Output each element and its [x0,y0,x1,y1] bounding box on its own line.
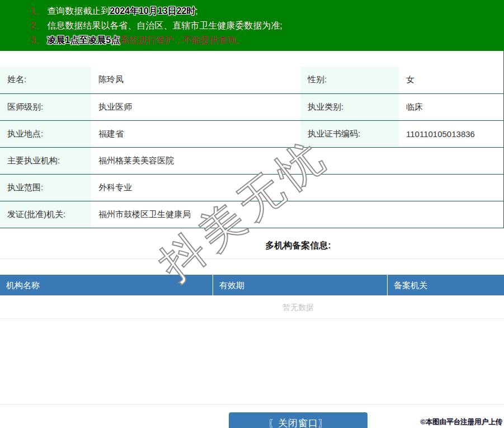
field-label-doctor-level: 医师级别: [0,93,91,120]
notice-number: 2、 [31,21,47,30]
field-value-issuing-authority: 福州市鼓楼区卫生健康局 [91,201,504,228]
field-value-gender: 女 [399,67,504,93]
field-label-name: 姓名: [0,67,91,93]
multi-institution-section-title: 多机构备案信息: [0,228,504,259]
notice-number: 3、 [31,35,47,45]
field-value-main-institution: 福州格莱美美容医院 [91,147,504,174]
field-value-practice-location: 福建省 [91,120,300,147]
field-label-main-institution: 主要执业机构: [0,147,91,174]
field-label-practice-scope: 执业范围: [0,174,91,201]
column-header-institution-name: 机构名称 [0,275,213,295]
blank-space [0,319,504,404]
field-label-issuing-authority: 发证(批准)机关: [0,201,91,228]
result-content: 姓名: 陈玲凤 性别: 女 医师级别: 执业医师 执业类别: 临床 执业地点: … [0,67,504,428]
notice-banner: 1、 查询数据截止到2024年10月13日22时; 2、 信息数据结果以各省、自… [0,0,504,51]
field-value-practice-category: 临床 [399,93,504,120]
notice-text: 信息数据结果以各省、自治区、直辖市卫生健康委数据为准; [47,21,282,30]
table-row: 执业地点: 福建省 执业证书编码: 110110105013836 [0,120,504,147]
table-row: 发证(批准)机关: 福州市鼓楼区卫生健康局 [0,201,504,228]
field-label-gender: 性别: [300,67,399,93]
notice-text: 查询数据截止到 [47,6,110,16]
notice-highlight: 凌晨1点至凌晨5点 [47,35,120,45]
table-row: 医师级别: 执业医师 执业类别: 临床 [0,93,504,120]
field-value-name: 陈玲凤 [91,67,300,93]
field-label-certificate-no: 执业证书编码: [300,120,399,147]
field-value-practice-scope: 外科专业 [91,174,504,201]
notice-line-2: 2、 信息数据结果以各省、自治区、直辖市卫生健康委数据为准; [31,18,498,33]
field-value-certificate-no: 110110105013836 [399,120,504,147]
field-value-doctor-level: 执业医师 [91,93,300,120]
column-header-registration-authority: 备案机关 [387,275,504,295]
practitioner-info-table: 姓名: 陈玲凤 性别: 女 医师级别: 执业医师 执业类别: 临床 执业地点: … [0,67,504,228]
field-label-practice-location: 执业地点: [0,120,91,147]
notice-text: ; [195,6,197,16]
physician-license-query-page: 1、 查询数据截止到2024年10月13日22时; 2、 信息数据结果以各省、自… [0,0,504,428]
close-window-button[interactable]: 〖关闭窗口〗 [229,412,368,428]
table-row: 主要执业机构: 福州格莱美美容医院 [0,147,504,174]
field-label-practice-category: 执业类别: [300,93,399,120]
notice-text: 系统进行维护，不能提供查询。 [120,35,245,45]
notice-highlight: 2024年10月13日22时 [110,6,195,16]
notice-number: 1、 [31,6,47,16]
no-data-placeholder: 暂无数据 [0,295,504,319]
notice-line-1: 1、 查询数据截止到2024年10月13日22时; [31,4,498,18]
registration-table-header: 机构名称 有效期 备案机关 [0,275,504,295]
table-row: 执业范围: 外科专业 [0,174,504,201]
copyright-stamp: ©本图由平台注册用户上传 [420,417,502,427]
table-row: 姓名: 陈玲凤 性别: 女 [0,67,504,93]
notice-line-3: 3、 凌晨1点至凌晨5点系统进行维护，不能提供查询。 [31,33,498,48]
column-header-validity-period: 有效期 [213,275,387,295]
